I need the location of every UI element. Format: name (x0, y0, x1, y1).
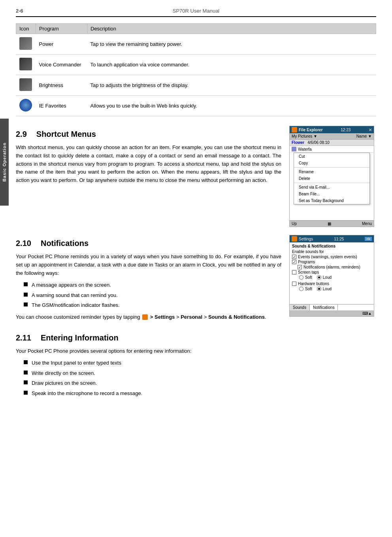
section-211-heading: 2.11Entering Information (16, 333, 376, 342)
list-item: Draw pictures on the screen. (24, 379, 376, 387)
bullet-text: Use the Input panel to enter typed texts (32, 359, 121, 367)
bullet-text: Draw pictures on the screen. (32, 379, 97, 387)
table-row: Voice Commander To launch application vi… (16, 55, 376, 75)
table-row: Brightness Tap to adjusts the brightness… (16, 75, 376, 96)
table-cell-program: Power (36, 34, 87, 55)
section-210-title: Notifications (41, 239, 89, 248)
section-29-text: 2.9Shortcut Menus With shortcut menus, y… (16, 126, 281, 227)
checkbox-label: Hardware buttons (298, 282, 329, 286)
bullet-icon (24, 282, 28, 286)
bullet-icon (24, 303, 28, 306)
bullet-text: The GSM/notification indicator flashes. (32, 301, 120, 309)
ss-close-icon[interactable]: ✕ (369, 128, 372, 132)
keyboard-icon[interactable]: ⌨▲ (362, 311, 372, 316)
radio-screen-loud[interactable]: Loud (317, 275, 332, 280)
ss-bottom-bar: Up ▦ Menu (290, 220, 374, 227)
table-cell-desc: Tap to adjusts the brightness of the dis… (87, 75, 376, 96)
ss-row-text: Waterfa (298, 147, 312, 151)
checkbox-notifications[interactable]: ✓ Notifications (alarms, reminders) (298, 265, 371, 269)
ss-row-icon (292, 147, 296, 151)
ss-titlebar: File Explorer 12:23 ✕ (290, 126, 374, 133)
radio-label: Loud (323, 275, 332, 280)
bullet-icon (24, 380, 28, 384)
radio-icon (299, 287, 303, 291)
context-item-background[interactable]: Set as Today Background (294, 197, 369, 204)
radio-hw-soft[interactable]: Soft (299, 287, 312, 291)
radio-label: Soft (305, 287, 312, 291)
checkbox-label: Events (warnings, system events) (298, 255, 357, 259)
section-210-number: 2.10 (16, 239, 31, 248)
ss2-tabs: Sounds Notifications (290, 304, 374, 310)
ss-bottom-menu[interactable]: Menu (362, 221, 372, 226)
checkbox-label: Programs (298, 260, 315, 264)
checkbox-hardware[interactable]: Hardware buttons (292, 282, 371, 286)
section-210-body2: You can choose customized reminder types… (16, 313, 281, 321)
context-item-rename[interactable]: Rename (294, 168, 369, 175)
list-item: Write directly on the screen. (24, 369, 376, 377)
brightness-icon (19, 78, 32, 91)
checkbox-label: Notifications (alarms, reminders) (303, 265, 360, 269)
ss2-section-title: Sounds & Notifications (292, 244, 371, 248)
checkbox-events[interactable]: ✓ Events (warnings, system events) (292, 255, 371, 259)
side-tab-label: Basic Operation (2, 142, 7, 182)
bullet-icon (24, 371, 28, 374)
settings-icon-inline (142, 314, 148, 320)
context-item-email[interactable]: Send via E-mail... (294, 184, 369, 191)
icon-table: Icon Program Description Power Tap to vi… (16, 23, 376, 116)
table-cell-desc: Allows you to use the built-in Web links… (87, 96, 376, 116)
ss-folder-date: 4/6/06 08:10 (307, 140, 330, 145)
checkbox-icon (292, 270, 296, 274)
section-211-number: 2.11 (16, 333, 31, 342)
context-item-cut[interactable]: Cut (294, 153, 369, 160)
section-29-body: With shortcut menus, you can quickly cho… (16, 144, 281, 185)
bullet-text: Speak into the microphone to record a me… (32, 390, 142, 397)
context-item-delete[interactable]: Delete (294, 175, 369, 182)
tab-notifications[interactable]: Notifications (310, 304, 338, 310)
ss2-titlebar: Settings 11:25 ok (290, 235, 374, 242)
radio-screen-soft[interactable]: Soft (299, 275, 312, 280)
context-item-copy[interactable]: Copy (294, 160, 369, 166)
ss-bottom-up[interactable]: Up (292, 221, 297, 226)
page-header: 2-6 SP70R User Manual (16, 8, 376, 17)
section-210-body1: Your Pocket PC Phone reminds you in a va… (16, 253, 281, 277)
tab-sounds[interactable]: Sounds (290, 304, 310, 310)
ss-time: 12:23 (341, 128, 351, 132)
ss2-time: 11:25 (334, 237, 344, 241)
list-item: A message appears on the screen. (24, 281, 281, 289)
table-cell-program: Voice Commander (36, 55, 87, 75)
table-header-program: Program (36, 24, 87, 34)
section-210-screenshot: Settings 11:25 ok Sounds & Notifications… (289, 235, 376, 325)
section-211-body: Your Pocket PC Phone provides several op… (16, 347, 376, 355)
ss-bottom-icon: ▦ (328, 221, 331, 226)
table-header-icon: Icon (16, 24, 36, 34)
radio-hw-loud[interactable]: Loud (317, 287, 332, 291)
ss2-ok-button[interactable]: ok (365, 237, 372, 241)
section-211: 2.11Entering Information Your Pocket PC … (16, 333, 376, 397)
radio-icon (317, 287, 321, 291)
power-icon (19, 37, 32, 50)
section-29-title: Shortcut Menus (36, 130, 96, 138)
context-menu: Cut Copy Rename Delete Send via E-mail..… (294, 153, 370, 204)
ss-folder-bar: Flower 4/6/06 08:10 (290, 140, 374, 146)
checkbox-label: Screen taps (298, 270, 319, 274)
ss2-body: Sounds & Notifications Enable sounds for… (290, 242, 374, 295)
checkbox-icon (292, 282, 296, 286)
bullet-text: A warning sound that can remind you. (32, 291, 118, 299)
ss2-icon (292, 236, 297, 242)
table-header-description: Description (87, 24, 376, 34)
ss-toolbar-left: My Pictures ▼ (292, 134, 317, 138)
checkbox-screen-taps[interactable]: Screen taps (292, 270, 371, 274)
side-tab: Basic Operation (0, 119, 9, 206)
page-title: SP70R User Manual (173, 8, 220, 14)
section-211-title: Entering Information (41, 333, 119, 342)
context-item-beam[interactable]: Beam File... (294, 191, 369, 197)
list-item: The GSM/notification indicator flashes. (24, 301, 281, 309)
ss-folder-name: Flower (292, 140, 304, 145)
checkbox-programs[interactable]: ✓ Programs (292, 260, 371, 264)
section-210-heading: 2.10Notifications (16, 239, 281, 248)
section-29-number: 2.9 (16, 130, 27, 138)
section-29-heading: 2.9Shortcut Menus (16, 130, 281, 139)
ie-icon (19, 99, 32, 112)
ss2-bottom: ⌨▲ (290, 310, 374, 316)
file-explorer-screenshot: File Explorer 12:23 ✕ My Pictures ▼ Name… (289, 126, 374, 227)
